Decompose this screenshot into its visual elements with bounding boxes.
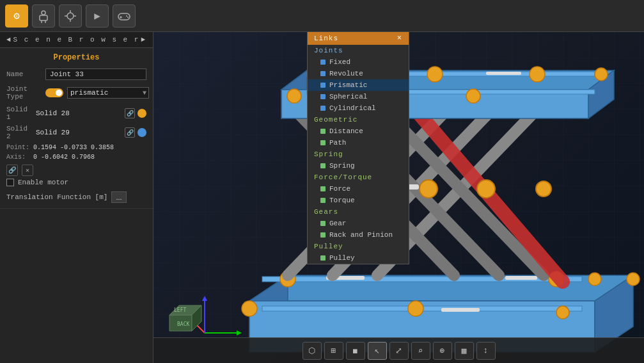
delete-icon[interactable]: ✕ <box>22 165 33 176</box>
grid-icon[interactable]: ⊞ <box>324 342 343 360</box>
svg-point-0 <box>42 11 45 15</box>
pan-icon[interactable]: ⤢ <box>389 342 409 360</box>
name-input[interactable] <box>45 69 146 80</box>
menu-item-revolute[interactable]: Revolute <box>308 68 409 79</box>
menu-item-cylindrical[interactable]: Cylindrical <box>308 102 409 114</box>
joint-type-select[interactable]: prismatic revolute fixed spherical <box>67 87 149 99</box>
svg-point-54 <box>477 180 495 198</box>
axis-icon[interactable]: ↕ <box>476 342 496 360</box>
svg-marker-58 <box>237 330 242 335</box>
svg-point-45 <box>427 67 443 82</box>
solid-icon[interactable]: ◼ <box>346 342 365 360</box>
nav-cube[interactable]: BACK LEFT <box>157 293 208 334</box>
prismatic-dot <box>320 83 326 88</box>
expand-arrow[interactable]: ► <box>141 36 146 44</box>
menu-item-spring[interactable]: Spring <box>308 160 409 172</box>
svg-point-27 <box>556 306 569 319</box>
main-area: ◄ S c e n e B r o w s e r ► Properties N… <box>0 32 644 363</box>
svg-point-13 <box>127 17 129 18</box>
spring-header: Spring <box>308 149 409 160</box>
axis-label: Axis: <box>6 154 31 161</box>
svg-point-23 <box>588 273 601 286</box>
point-value: 0.1594 -0.0733 0.3858 <box>33 144 114 151</box>
links-label: Links <box>314 35 338 42</box>
spring-dot <box>320 163 326 168</box>
svg-point-48 <box>287 89 301 103</box>
scene-browser-header[interactable]: ◄ S c e n e B r o w s e r ► <box>0 32 153 48</box>
pulley-label: Pulley <box>329 254 355 262</box>
settings-icon[interactable]: ⚙ <box>5 4 28 28</box>
svg-point-46 <box>530 67 545 82</box>
distance-dot <box>320 129 326 134</box>
menu-item-fixed[interactable]: Fixed <box>308 56 409 68</box>
bottom-icons: 🔗 ✕ <box>6 165 146 176</box>
cylindrical-dot <box>320 106 326 111</box>
grid2-icon[interactable]: ▦ <box>455 342 474 360</box>
torque-label: Torque <box>329 197 355 204</box>
menu-item-gear[interactable]: Gear <box>308 218 409 229</box>
svg-point-55 <box>536 181 551 197</box>
links-header[interactable]: Links × <box>308 32 409 45</box>
revolute-dot <box>320 71 326 76</box>
menu-item-force[interactable]: Force <box>308 183 409 195</box>
pulley-header: Pulley <box>308 241 409 252</box>
play-icon[interactable]: ▶ <box>86 4 109 28</box>
viewport[interactable]: Links × Joints Fixed Revolute Prismatic … <box>153 32 644 363</box>
solid2-label: Solid 2 <box>6 125 33 140</box>
menu-item-path[interactable]: Path <box>308 137 409 149</box>
layers-icon[interactable]: ⊕ <box>433 342 452 360</box>
gears-header: Gears <box>308 206 409 218</box>
solid2-value: Solid 29 <box>36 129 122 136</box>
spherical-dot <box>320 94 326 99</box>
close-button[interactable]: × <box>397 34 402 43</box>
enable-motor-checkbox[interactable] <box>6 179 14 186</box>
solid2-icon[interactable]: 🔗 <box>125 127 135 138</box>
menu-item-prismatic[interactable]: Prismatic <box>308 79 409 91</box>
motor-row: Enable motor <box>6 179 146 186</box>
solid1-icon[interactable]: 🔗 <box>125 108 135 118</box>
spring-label: Spring <box>329 162 355 170</box>
properties-title: Properties <box>6 53 146 62</box>
cursor-icon[interactable]: ↖ <box>368 342 387 360</box>
joint-type-toggle[interactable] <box>45 88 63 97</box>
menu-item-pulley[interactable]: Pulley <box>308 252 409 264</box>
menu-item-distance[interactable]: Distance <box>308 125 409 137</box>
solid1-label: Solid 1 <box>6 106 33 121</box>
menu-item-spherical[interactable]: Spherical <box>308 91 409 102</box>
zoom-icon[interactable]: ⌕ <box>411 342 430 360</box>
axis-value: 0 -0.6042 0.7968 <box>33 154 95 161</box>
properties-section: Properties Name Joint Type prismatic rev… <box>0 48 153 209</box>
solid1-value: Solid 28 <box>36 109 122 117</box>
svg-point-24 <box>627 273 640 286</box>
spherical-label: Spherical <box>329 93 367 101</box>
solid1-dot <box>137 109 146 118</box>
svg-rect-9 <box>118 13 130 20</box>
perspective-icon[interactable]: ⬡ <box>302 342 322 360</box>
prismatic-label: Prismatic <box>329 81 367 89</box>
dropdown-menu: Links × Joints Fixed Revolute Prismatic … <box>307 32 409 264</box>
name-row: Name <box>6 69 146 80</box>
joint-type-label: Joint Type <box>6 85 42 101</box>
joint-icon[interactable] <box>59 4 82 28</box>
cylindrical-label: Cylindrical <box>329 104 376 112</box>
force-dot <box>320 186 326 191</box>
svg-rect-29 <box>441 308 480 312</box>
robot-icon[interactable] <box>32 4 55 28</box>
link-icon[interactable]: 🔗 <box>6 165 18 176</box>
joints-header: Joints <box>308 45 409 56</box>
torque-dot <box>320 198 326 203</box>
translation-button[interactable]: ... <box>111 191 126 203</box>
revolute-label: Revolute <box>329 70 363 77</box>
gamepad-icon[interactable] <box>113 4 136 28</box>
enable-motor-label: Enable motor <box>18 179 68 186</box>
svg-text:BACK: BACK <box>177 321 189 327</box>
menu-item-rack[interactable]: Rack and Pinion <box>308 229 409 241</box>
force-header: Force/Torque <box>308 172 409 183</box>
geometric-header: Geometric <box>308 114 409 125</box>
rack-dot <box>320 232 326 238</box>
collapse-arrow[interactable]: ◄ <box>6 36 12 44</box>
svg-point-25 <box>242 301 257 316</box>
svg-rect-30 <box>505 276 537 280</box>
svg-point-49 <box>466 89 480 103</box>
menu-item-torque[interactable]: Torque <box>308 195 409 206</box>
